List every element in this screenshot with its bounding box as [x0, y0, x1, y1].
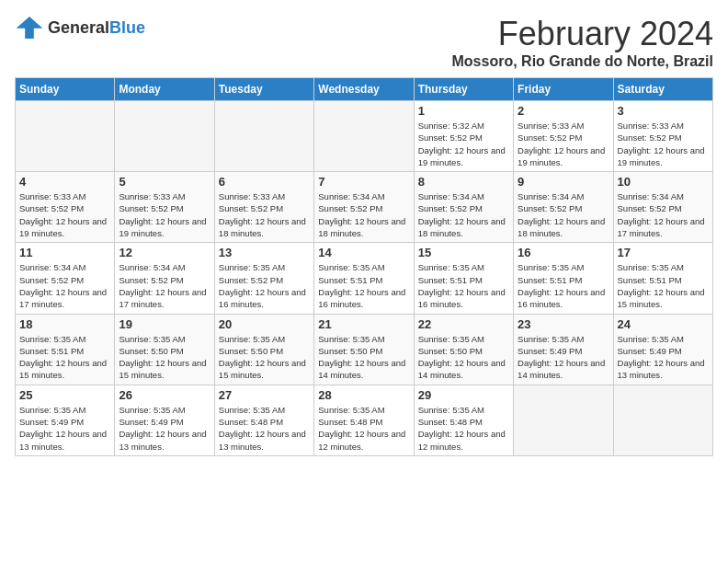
calendar-cell: 10Sunrise: 5:34 AMSunset: 5:52 PMDayligh…: [613, 172, 712, 243]
calendar-cell: [115, 101, 214, 172]
day-number: 16: [518, 246, 609, 259]
calendar-cell: [314, 101, 414, 172]
day-number: 11: [19, 246, 110, 259]
logo-icon: [15, 15, 44, 40]
day-number: 12: [119, 246, 210, 259]
day-info: Sunrise: 5:35 AMSunset: 5:48 PMDaylight:…: [219, 404, 310, 453]
day-info: Sunrise: 5:34 AMSunset: 5:52 PMDaylight:…: [19, 261, 110, 310]
day-number: 3: [618, 104, 709, 118]
logo-text-blue: Blue: [109, 18, 145, 37]
calendar-cell: 21Sunrise: 5:35 AMSunset: 5:50 PMDayligh…: [314, 314, 414, 385]
day-number: 7: [318, 175, 409, 189]
day-info: Sunrise: 5:34 AMSunset: 5:52 PMDaylight:…: [518, 190, 609, 239]
day-info: Sunrise: 5:35 AMSunset: 5:51 PMDaylight:…: [19, 333, 110, 382]
day-number: 28: [318, 388, 409, 402]
day-number: 18: [19, 317, 110, 331]
day-number: 1: [418, 104, 509, 118]
logo: GeneralBlue: [15, 15, 145, 40]
weekday-monday: Monday: [115, 78, 214, 101]
calendar-cell: 16Sunrise: 5:35 AMSunset: 5:51 PMDayligh…: [514, 243, 613, 314]
calendar-cell: 7Sunrise: 5:34 AMSunset: 5:52 PMDaylight…: [314, 172, 414, 243]
title-block: February 2024 Mossoro, Rio Grande do Nor…: [452, 15, 713, 70]
week-row-3: 11Sunrise: 5:34 AMSunset: 5:52 PMDayligh…: [16, 243, 713, 314]
day-number: 27: [219, 388, 310, 402]
day-number: 21: [318, 317, 409, 331]
calendar-cell: 14Sunrise: 5:35 AMSunset: 5:51 PMDayligh…: [314, 243, 414, 314]
day-info: Sunrise: 5:35 AMSunset: 5:51 PMDaylight:…: [418, 261, 509, 310]
day-info: Sunrise: 5:34 AMSunset: 5:52 PMDaylight:…: [318, 190, 409, 239]
day-info: Sunrise: 5:33 AMSunset: 5:52 PMDaylight:…: [19, 190, 110, 239]
day-info: Sunrise: 5:35 AMSunset: 5:49 PMDaylight:…: [618, 333, 709, 382]
day-info: Sunrise: 5:35 AMSunset: 5:51 PMDaylight:…: [618, 261, 709, 310]
location: Mossoro, Rio Grande do Norte, Brazil: [452, 53, 713, 70]
calendar-cell: 19Sunrise: 5:35 AMSunset: 5:50 PMDayligh…: [115, 314, 214, 385]
day-number: 13: [219, 246, 310, 259]
calendar-cell: [16, 101, 115, 172]
weekday-friday: Friday: [514, 78, 613, 101]
calendar-cell: 18Sunrise: 5:35 AMSunset: 5:51 PMDayligh…: [16, 314, 115, 385]
calendar: SundayMondayTuesdayWednesdayThursdayFrid…: [15, 77, 713, 456]
day-info: Sunrise: 5:32 AMSunset: 5:52 PMDaylight:…: [418, 120, 509, 168]
day-info: Sunrise: 5:33 AMSunset: 5:52 PMDaylight:…: [219, 190, 310, 239]
day-info: Sunrise: 5:35 AMSunset: 5:49 PMDaylight:…: [119, 404, 210, 453]
day-number: 15: [418, 246, 509, 259]
calendar-cell: 5Sunrise: 5:33 AMSunset: 5:52 PMDaylight…: [115, 172, 214, 243]
calendar-cell: 24Sunrise: 5:35 AMSunset: 5:49 PMDayligh…: [613, 314, 712, 385]
day-number: 20: [219, 317, 310, 331]
calendar-cell: 12Sunrise: 5:34 AMSunset: 5:52 PMDayligh…: [115, 243, 214, 314]
day-info: Sunrise: 5:34 AMSunset: 5:52 PMDaylight:…: [119, 261, 210, 310]
calendar-cell: 3Sunrise: 5:33 AMSunset: 5:52 PMDaylight…: [613, 101, 712, 172]
week-row-2: 4Sunrise: 5:33 AMSunset: 5:52 PMDaylight…: [16, 172, 713, 243]
calendar-cell: [214, 101, 313, 172]
calendar-cell: [514, 385, 613, 455]
weekday-saturday: Saturday: [613, 78, 712, 101]
calendar-cell: 15Sunrise: 5:35 AMSunset: 5:51 PMDayligh…: [414, 243, 513, 314]
day-info: Sunrise: 5:33 AMSunset: 5:52 PMDaylight:…: [518, 120, 609, 168]
weekday-sunday: Sunday: [16, 78, 115, 101]
calendar-cell: [613, 385, 712, 455]
calendar-cell: 27Sunrise: 5:35 AMSunset: 5:48 PMDayligh…: [214, 385, 313, 455]
day-info: Sunrise: 5:35 AMSunset: 5:51 PMDaylight:…: [518, 261, 609, 310]
calendar-cell: 2Sunrise: 5:33 AMSunset: 5:52 PMDaylight…: [514, 101, 613, 172]
calendar-cell: 11Sunrise: 5:34 AMSunset: 5:52 PMDayligh…: [16, 243, 115, 314]
svg-marker-0: [17, 17, 43, 39]
weekday-thursday: Thursday: [414, 78, 513, 101]
day-number: 9: [518, 175, 609, 189]
day-number: 2: [518, 104, 609, 118]
day-info: Sunrise: 5:35 AMSunset: 5:50 PMDaylight:…: [418, 333, 509, 382]
weekday-tuesday: Tuesday: [214, 78, 313, 101]
day-info: Sunrise: 5:35 AMSunset: 5:48 PMDaylight:…: [318, 404, 409, 453]
calendar-cell: 8Sunrise: 5:34 AMSunset: 5:52 PMDaylight…: [414, 172, 513, 243]
calendar-cell: 4Sunrise: 5:33 AMSunset: 5:52 PMDaylight…: [16, 172, 115, 243]
day-number: 26: [119, 388, 210, 402]
calendar-cell: 6Sunrise: 5:33 AMSunset: 5:52 PMDaylight…: [214, 172, 313, 243]
day-number: 6: [219, 175, 310, 189]
calendar-cell: 13Sunrise: 5:35 AMSunset: 5:52 PMDayligh…: [214, 243, 313, 314]
calendar-cell: 22Sunrise: 5:35 AMSunset: 5:50 PMDayligh…: [414, 314, 513, 385]
weekday-wednesday: Wednesday: [314, 78, 414, 101]
day-number: 23: [518, 317, 609, 331]
week-row-5: 25Sunrise: 5:35 AMSunset: 5:49 PMDayligh…: [16, 385, 713, 455]
day-number: 24: [618, 317, 709, 331]
day-number: 22: [418, 317, 509, 331]
day-number: 25: [19, 388, 110, 402]
day-info: Sunrise: 5:35 AMSunset: 5:50 PMDaylight:…: [318, 333, 409, 382]
week-row-1: 1Sunrise: 5:32 AMSunset: 5:52 PMDaylight…: [16, 101, 713, 172]
day-number: 4: [19, 175, 110, 189]
weekday-header-row: SundayMondayTuesdayWednesdayThursdayFrid…: [16, 78, 713, 101]
day-number: 17: [618, 246, 709, 259]
calendar-cell: 29Sunrise: 5:35 AMSunset: 5:48 PMDayligh…: [414, 385, 513, 455]
day-info: Sunrise: 5:33 AMSunset: 5:52 PMDaylight:…: [119, 190, 210, 239]
day-info: Sunrise: 5:35 AMSunset: 5:49 PMDaylight:…: [518, 333, 609, 382]
page-header: GeneralBlue February 2024 Mossoro, Rio G…: [15, 15, 713, 70]
calendar-cell: 1Sunrise: 5:32 AMSunset: 5:52 PMDaylight…: [414, 101, 513, 172]
day-number: 29: [418, 388, 509, 402]
calendar-cell: 28Sunrise: 5:35 AMSunset: 5:48 PMDayligh…: [314, 385, 414, 455]
calendar-cell: 9Sunrise: 5:34 AMSunset: 5:52 PMDaylight…: [514, 172, 613, 243]
calendar-body: 1Sunrise: 5:32 AMSunset: 5:52 PMDaylight…: [16, 101, 713, 456]
day-info: Sunrise: 5:35 AMSunset: 5:50 PMDaylight:…: [119, 333, 210, 382]
day-number: 8: [418, 175, 509, 189]
day-info: Sunrise: 5:35 AMSunset: 5:51 PMDaylight:…: [318, 261, 409, 310]
calendar-cell: 25Sunrise: 5:35 AMSunset: 5:49 PMDayligh…: [16, 385, 115, 455]
day-number: 5: [119, 175, 210, 189]
